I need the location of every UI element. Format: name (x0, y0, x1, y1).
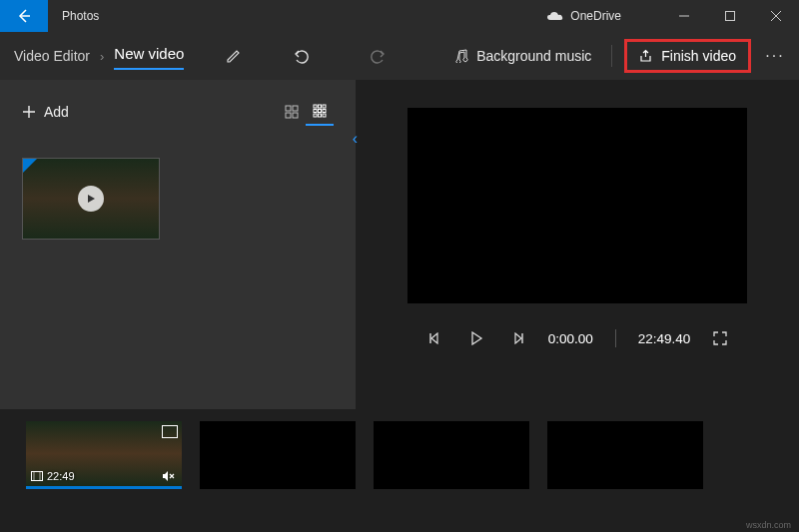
collapse-library-button[interactable]: ‹ (353, 130, 358, 148)
next-frame-button[interactable] (506, 332, 530, 344)
svg-rect-8 (314, 110, 317, 113)
titlebar: Photos OneDrive (0, 0, 799, 32)
undo-icon (293, 48, 311, 64)
current-time: 0:00.00 (548, 331, 593, 346)
svg-rect-2 (293, 106, 298, 111)
preview-area: 0:00.00 22:49.40 (356, 80, 799, 409)
chevron-right-icon: › (100, 49, 104, 64)
storyboard-slot-empty[interactable] (200, 421, 356, 489)
finish-video-button[interactable]: Finish video (624, 39, 751, 73)
svg-rect-14 (32, 472, 43, 481)
svg-rect-13 (323, 114, 326, 117)
svg-rect-9 (319, 110, 322, 113)
minimize-button[interactable] (661, 0, 707, 32)
background-music-button[interactable]: Background music (446, 48, 599, 64)
edit-button[interactable] (214, 40, 254, 72)
music-icon (454, 49, 468, 63)
volume-mute-icon (162, 470, 176, 482)
clip-duration: 22:49 (47, 470, 75, 482)
export-icon (639, 49, 653, 63)
svg-rect-10 (323, 110, 326, 113)
step-back-icon (427, 332, 441, 344)
storyboard: 22:49 (0, 409, 799, 509)
time-divider (615, 329, 616, 347)
grid-large-button[interactable] (278, 98, 306, 126)
clip-duration-badge: 22:49 (31, 470, 75, 482)
grid-2x2-icon (285, 105, 299, 119)
play-overlay[interactable] (78, 186, 104, 212)
step-forward-icon (511, 332, 525, 344)
breadcrumb-root[interactable]: Video Editor (14, 48, 90, 64)
storyboard-slot-empty[interactable] (547, 421, 703, 489)
expand-icon (713, 331, 727, 345)
selected-corner-icon (23, 159, 37, 173)
project-title[interactable]: New video (114, 43, 184, 70)
fullscreen-button[interactable] (708, 331, 732, 345)
svg-rect-7 (323, 105, 326, 108)
prev-frame-button[interactable] (422, 332, 446, 344)
pencil-icon (226, 48, 242, 64)
play-icon (469, 331, 483, 345)
library-clip[interactable] (22, 158, 160, 240)
more-button[interactable]: ··· (757, 47, 793, 65)
redo-icon (369, 48, 387, 64)
plus-icon (22, 105, 36, 119)
grid-3x3-icon (313, 104, 327, 118)
onedrive-status[interactable]: OneDrive (546, 9, 621, 23)
playback-controls: 0:00.00 22:49.40 (396, 329, 759, 347)
onedrive-label: OneDrive (570, 9, 621, 23)
svg-rect-3 (286, 113, 291, 118)
project-library: Add ‹ (0, 80, 356, 409)
finish-label: Finish video (661, 48, 736, 64)
toolbar: Video Editor › New video Background musi… (0, 32, 799, 80)
play-icon (86, 194, 96, 204)
watermark: wsxdn.com (746, 520, 791, 530)
grid-small-button[interactable] (306, 98, 334, 126)
library-toolbar: Add (22, 98, 334, 126)
close-button[interactable] (753, 0, 799, 32)
svg-rect-5 (314, 105, 317, 108)
storyboard-clip-1[interactable]: 22:49 (26, 421, 182, 489)
bg-music-label: Background music (476, 48, 591, 64)
svg-rect-12 (319, 114, 322, 117)
play-button[interactable] (464, 331, 488, 345)
svg-rect-6 (319, 105, 322, 108)
redo-button[interactable] (358, 40, 398, 72)
add-media-button[interactable]: Add (22, 104, 69, 120)
mute-button[interactable] (162, 470, 176, 482)
add-label: Add (44, 104, 69, 120)
svg-rect-11 (314, 114, 317, 117)
filmstrip-icon (31, 471, 43, 481)
video-preview[interactable] (407, 108, 747, 303)
maximize-button[interactable] (707, 0, 753, 32)
cloud-icon (546, 10, 564, 22)
svg-rect-4 (293, 113, 298, 118)
back-button[interactable] (0, 0, 48, 32)
svg-rect-0 (726, 12, 735, 21)
svg-rect-1 (286, 106, 291, 111)
main-area: Add ‹ 0:00.00 22:49.40 (0, 80, 799, 409)
select-box-icon (162, 425, 178, 438)
window-controls (661, 0, 799, 32)
arrow-left-icon (16, 8, 32, 24)
total-time: 22:49.40 (638, 331, 691, 346)
undo-button[interactable] (282, 40, 322, 72)
app-title: Photos (62, 9, 99, 23)
storyboard-slot-empty[interactable] (374, 421, 529, 489)
divider (611, 45, 612, 67)
